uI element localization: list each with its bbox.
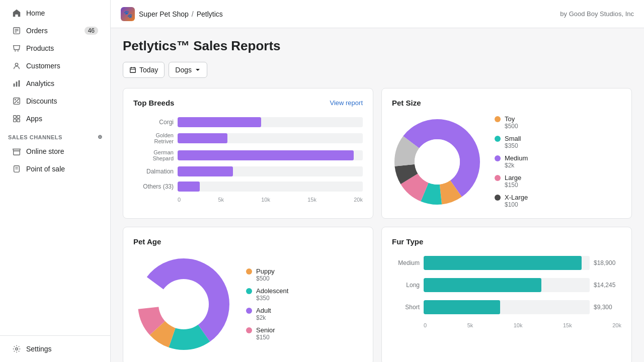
toolbar: Today Dogs: [123, 62, 632, 78]
svg-point-22: [16, 348, 18, 350]
apps-icon: [12, 114, 21, 123]
products-icon: [12, 44, 21, 53]
legend-xlarge: X-Large $100: [495, 194, 528, 208]
page-content: Petlytics™ Sales Reports Today Dogs Top …: [111, 28, 644, 362]
pet-size-title: Pet Size: [392, 99, 621, 107]
main-area: 🐾 Super Pet Shop / Petlytics by Good Boy…: [111, 0, 644, 362]
sidebar-label-settings: Settings: [26, 345, 52, 353]
sidebar-label-orders: Orders: [26, 27, 48, 35]
charts-grid: Top Breeds View report Corgi GoldenRetri…: [123, 88, 632, 362]
animal-label: Dogs: [175, 66, 192, 74]
sidebar-bottom: Settings: [0, 335, 110, 362]
svg-point-10: [15, 99, 16, 101]
animal-filter-button[interactable]: Dogs: [169, 62, 207, 78]
pet-size-donut-container: Toy $500 Small $350: [392, 115, 621, 208]
sidebar-nav: Home Orders 46 Products Customers Analyt…: [0, 0, 110, 335]
breadcrumb: Super Pet Shop / Petlytics: [139, 10, 223, 18]
today-filter-button[interactable]: Today: [123, 62, 165, 78]
breadcrumb-separator: /: [192, 10, 194, 18]
settings-icon: [12, 344, 21, 353]
legend-puppy: Puppy $500: [246, 267, 288, 282]
chevron-down-icon: [195, 67, 201, 73]
bar-row-dalmation: Dalmation: [133, 166, 363, 176]
legend-toy: Toy $500: [495, 115, 528, 130]
pet-age-donut-container: Puppy $500 Adolescent $350: [133, 254, 363, 354]
sidebar-item-apps[interactable]: Apps: [4, 110, 106, 127]
store-icon: [12, 147, 21, 156]
app-logo: 🐾: [121, 7, 135, 21]
analytics-icon: [12, 79, 21, 88]
svg-rect-14: [14, 116, 16, 118]
sidebar-label-analytics: Analytics: [26, 79, 54, 87]
sidebar-label-home: Home: [26, 9, 45, 17]
svg-point-6: [15, 63, 18, 66]
discounts-icon: [12, 97, 21, 106]
fur-axis: 05k10k15k20k: [392, 322, 621, 328]
header-by-text: by Good Boy Studios, Inc: [560, 10, 634, 18]
sidebar-item-analytics[interactable]: Analytics: [4, 75, 106, 92]
svg-rect-15: [17, 116, 20, 118]
svg-point-38: [158, 279, 209, 329]
svg-rect-17: [17, 119, 20, 122]
fur-type-card: Fur Type Medium $18,900 Long $14,245 Sho…: [381, 227, 632, 362]
sidebar-label-apps: Apps: [26, 115, 42, 123]
app-header: 🐾 Super Pet Shop / Petlytics by Good Boy…: [111, 0, 644, 28]
breeds-axis: 05k10k15k20k: [133, 197, 363, 203]
sidebar-item-point-of-sale[interactable]: Point of sale: [4, 160, 106, 177]
pet-size-donut-chart: [392, 117, 482, 207]
svg-rect-23: [130, 68, 136, 73]
sidebar-item-customers[interactable]: Customers: [4, 57, 106, 74]
legend-senior: Senior $150: [246, 326, 288, 341]
add-sales-channel-icon[interactable]: ⊕: [98, 134, 103, 140]
svg-rect-8: [16, 81, 18, 86]
bar-row-german: GermanShepard: [133, 149, 363, 161]
view-report-link[interactable]: View report: [330, 99, 363, 107]
bar-row-others: Others (33): [133, 182, 363, 192]
legend-small: Small $350: [495, 135, 528, 149]
orders-badge: 46: [85, 27, 98, 35]
calendar-icon: [129, 66, 136, 73]
pet-age-legend: Puppy $500 Adolescent $350: [246, 267, 288, 341]
sidebar-item-discounts[interactable]: Discounts: [4, 93, 106, 110]
pet-size-legend: Toy $500 Small $350: [495, 115, 528, 208]
legend-adolescent: Adolescent $350: [246, 287, 288, 302]
svg-rect-18: [14, 151, 20, 155]
svg-rect-7: [14, 83, 15, 86]
pet-age-card: Pet Age Puppy $500: [123, 227, 373, 362]
fur-type-title: Fur Type: [392, 237, 621, 246]
sidebar-item-online-store[interactable]: Online store: [4, 143, 106, 160]
svg-point-11: [17, 102, 19, 103]
pet-age-donut-chart: [133, 254, 234, 354]
sidebar-item-products[interactable]: Products: [4, 40, 106, 57]
sidebar-label-pos: Point of sale: [26, 165, 65, 173]
fur-type-chart: Medium $18,900 Long $14,245 Short $9,300: [392, 254, 621, 330]
sidebar-item-orders[interactable]: Orders 46: [4, 22, 106, 39]
sidebar-item-settings[interactable]: Settings: [4, 340, 106, 357]
pet-size-card: Pet Size: [381, 88, 632, 219]
pet-age-title: Pet Age: [133, 237, 363, 246]
sales-channels-section: SALES CHANNELS ⊕: [0, 128, 110, 142]
top-breeds-title: Top Breeds: [133, 99, 174, 107]
sidebar-label-online-store: Online store: [26, 147, 64, 155]
fur-row-medium: Medium $18,900: [392, 256, 621, 270]
bar-row-golden: GoldenRetriver: [133, 132, 363, 144]
svg-rect-9: [19, 80, 20, 87]
svg-point-33: [415, 139, 460, 185]
top-breeds-card: Top Breeds View report Corgi GoldenRetri…: [123, 88, 373, 219]
svg-rect-16: [14, 119, 16, 122]
sidebar-label-discounts: Discounts: [26, 97, 57, 105]
legend-large: Large $150: [495, 174, 528, 189]
fur-row-long: Long $14,245: [392, 278, 621, 292]
app-name: Petlytics: [197, 10, 223, 18]
shop-name: Super Pet Shop: [139, 10, 189, 18]
sidebar-item-home[interactable]: Home: [4, 5, 106, 22]
customers-icon: [12, 61, 21, 70]
orders-icon: [12, 26, 21, 35]
pos-icon: [12, 164, 21, 173]
page-title: Petlytics™ Sales Reports: [123, 38, 632, 54]
home-icon: [12, 9, 21, 18]
sidebar: Home Orders 46 Products Customers Analyt…: [0, 0, 111, 362]
fur-row-short: Short $9,300: [392, 300, 621, 314]
today-label: Today: [139, 66, 158, 74]
legend-adult: Adult $2k: [246, 307, 288, 321]
